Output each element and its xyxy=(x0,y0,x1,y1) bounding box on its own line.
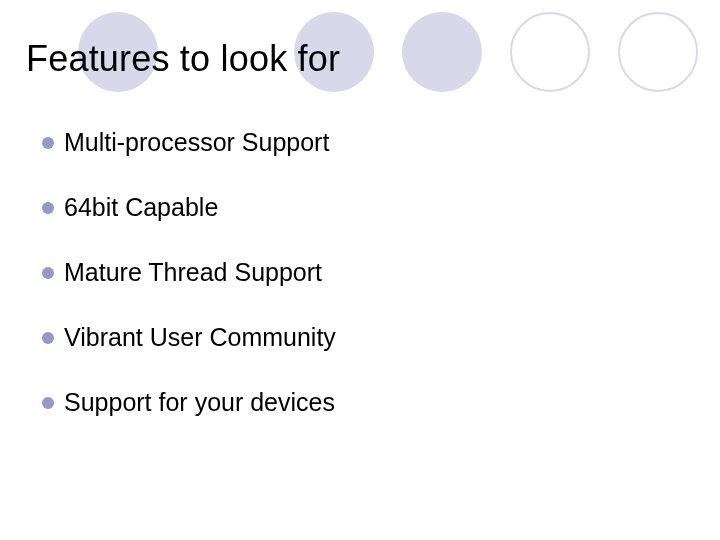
list-item: Support for your devices xyxy=(42,388,336,417)
bullet-icon xyxy=(42,332,54,344)
bullet-icon xyxy=(42,267,54,279)
list-item-label: Mature Thread Support xyxy=(64,258,322,287)
list-item: Mature Thread Support xyxy=(42,258,336,287)
list-item-label: 64bit Capable xyxy=(64,193,218,222)
list-item-label: Support for your devices xyxy=(64,388,335,417)
list-item-label: Multi-processor Support xyxy=(64,128,329,157)
deco-circle-3 xyxy=(402,12,482,92)
deco-circle-4 xyxy=(510,12,590,92)
list-item: Vibrant User Community xyxy=(42,323,336,352)
bullet-icon xyxy=(42,397,54,409)
bullet-icon xyxy=(42,137,54,149)
list-item: Multi-processor Support xyxy=(42,128,336,157)
list-item: 64bit Capable xyxy=(42,193,336,222)
slide-title: Features to look for xyxy=(26,38,340,80)
list-item-label: Vibrant User Community xyxy=(64,323,336,352)
deco-circle-5 xyxy=(618,12,698,92)
bullet-list: Multi-processor Support 64bit Capable Ma… xyxy=(42,128,336,453)
bullet-icon xyxy=(42,202,54,214)
